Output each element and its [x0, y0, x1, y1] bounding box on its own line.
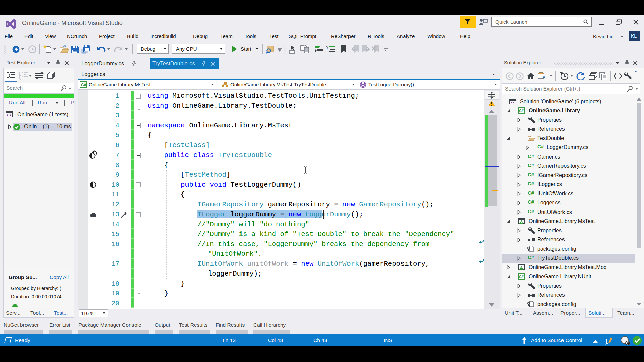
svg-text:C#: C#	[81, 83, 86, 87]
svg-text:?: ?	[326, 46, 328, 50]
